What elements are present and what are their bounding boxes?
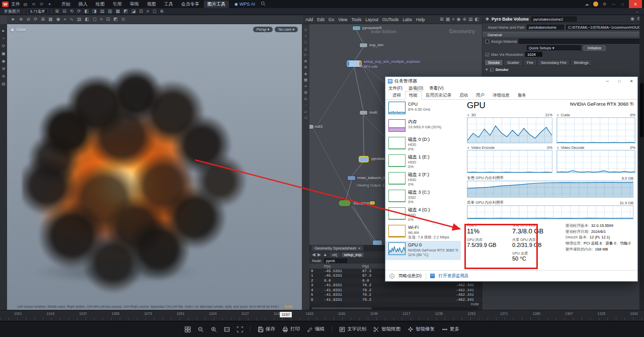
- breadcrumb-obj[interactable]: obj: [330, 252, 340, 257]
- search-icon[interactable]: [261, 1, 266, 7]
- net-menu-outools[interactable]: OUTools: [382, 17, 399, 22]
- param-tab-bindings[interactable]: Bindings: [571, 59, 592, 66]
- persp-selector[interactable]: Persp ▾: [253, 27, 273, 32]
- viewport[interactable]: ◈View Persp ▾ No cam ▾ Left mouse tumble…: [7, 24, 302, 310]
- divider-tool-icon-9[interactable]: ≡: [304, 85, 306, 89]
- redo-icon[interactable]: ⟳: [39, 2, 44, 7]
- tm-titlebar[interactable]: 任务管理器 ─ □ ✕: [385, 77, 637, 85]
- tm-sidebar-item-磁盘-4-(g:)[interactable]: 磁盘 4 (G:)SSD0%: [385, 206, 461, 223]
- ribbon-icon-2[interactable]: ⟲: [70, 9, 74, 14]
- wps-tab-0[interactable]: 开始: [58, 1, 74, 8]
- node-pyrobakevolume[interactable]: [360, 157, 368, 161]
- ribbon-icon-12[interactable]: ≡: [146, 9, 149, 14]
- tm-tab-5[interactable]: 详细信息: [489, 91, 514, 100]
- divider-tool-icon-13[interactable]: ▱: [304, 110, 307, 114]
- net-tool-icon-1[interactable]: ▦: [446, 17, 450, 22]
- tm-sidebar-item-cpu[interactable]: CPU6% 4.00 GHz: [385, 100, 461, 118]
- net-menu-view[interactable]: View: [338, 17, 347, 22]
- maximize-button[interactable]: □: [620, 2, 625, 7]
- node-render[interactable]: [339, 200, 351, 206]
- net-menu-add[interactable]: Add: [305, 17, 313, 22]
- left-tool-icon-1[interactable]: +: [3, 37, 5, 41]
- table-row[interactable]: 6-41.833170.2-462.341: [309, 297, 482, 302]
- divider-tool-icon-14[interactable]: ◁: [304, 116, 307, 120]
- divider-tool-icon-1[interactable]: ○: [304, 34, 307, 38]
- open-resource-monitor-link[interactable]: 打开资源监视器: [439, 273, 469, 279]
- left-tool-icon-2[interactable]: ⟳: [2, 44, 6, 48]
- vp-tool-icon-0[interactable]: ►: [11, 17, 16, 22]
- cutout-button[interactable]: 智能抠图: [373, 326, 400, 332]
- net-menu-labs[interactable]: Labs: [403, 17, 412, 22]
- wps-ai-tab[interactable]: ◆WPS AI: [231, 1, 258, 7]
- tm-sidebar-item-磁盘-1-(e:)[interactable]: 磁盘 1 (E:)HDD0%: [385, 153, 461, 171]
- ribbon-icon-11[interactable]: ⊡: [139, 9, 143, 14]
- collapse-caret-icon[interactable]: ▾: [486, 67, 488, 72]
- vp-tool-icon-1[interactable]: ⊕: [19, 17, 23, 22]
- ribbon-icon-4[interactable]: ◧: [85, 9, 89, 14]
- max-vis-value-field[interactable]: 1024: [525, 52, 542, 57]
- ribbon-icon-8[interactable]: ▦: [116, 9, 120, 14]
- wps-tab-7[interactable]: 会员专享: [178, 1, 203, 8]
- tm-sidebar-item-gpu-0[interactable]: GPU 0NVIDIA GeForce RTX 3060 Ti11% (50 °…: [385, 241, 461, 260]
- net-tool-icon-4[interactable]: ⊕: [462, 17, 466, 22]
- minimize-button[interactable]: ─: [611, 2, 616, 7]
- vp-tool-icon-9[interactable]: ▤: [77, 17, 82, 22]
- net-menu-layout[interactable]: Layout: [365, 17, 378, 22]
- tm-maximize-button[interactable]: □: [613, 77, 625, 85]
- zoom-in-button[interactable]: [211, 326, 217, 332]
- ribbon-icon-9[interactable]: ◩: [123, 9, 128, 14]
- actual-size-button[interactable]: [224, 326, 230, 332]
- breadcrumb-node[interactable]: setup_exp: [342, 252, 364, 257]
- forward-icon[interactable]: ▶: [317, 252, 321, 257]
- node-kaboom[interactable]: [348, 176, 355, 180]
- initialize-button[interactable]: Initialize: [583, 45, 606, 51]
- close-button[interactable]: ×: [629, 0, 642, 8]
- divider-tool-icon-0[interactable]: ◇: [304, 28, 307, 32]
- print-button[interactable]: 打印: [282, 326, 300, 332]
- wps-tab-1[interactable]: 插入: [75, 1, 91, 8]
- thumbnails-button[interactable]: [185, 326, 191, 332]
- net-menu-help[interactable]: Help: [416, 17, 425, 22]
- left-tool-icon-3[interactable]: ▣: [2, 52, 6, 56]
- node-name-field[interactable]: pyrobakevolume2: [531, 17, 577, 22]
- node-exp-sim[interactable]: [360, 43, 367, 47]
- vp-tool-icon-14[interactable]: ◩: [113, 17, 118, 22]
- tm-sidebar-item-磁盘-2-(f:)[interactable]: 磁盘 2 (F:)HDD0%: [385, 171, 461, 188]
- ribbon-icon-6[interactable]: ▤: [100, 9, 105, 14]
- tm-tab-2[interactable]: 应用历史记录: [422, 91, 455, 100]
- table-row[interactable]: 4-41.833170.2-462.341: [309, 288, 482, 293]
- left-tool-icon-0[interactable]: ►: [2, 29, 6, 33]
- node-null[interactable]: [309, 125, 313, 129]
- replace-image-button[interactable]: 更换图片: [4, 9, 20, 14]
- tm-sidebar-item-wi-fi[interactable]: Wi-FiWLAN发送: 7.8 接收: 2.2 Mbps: [385, 223, 461, 241]
- vp-tool-icon-3[interactable]: ⟳: [34, 17, 38, 22]
- max-vis-checkbox[interactable]: ✓: [486, 53, 489, 56]
- tm-tab-6[interactable]: 服务: [514, 91, 530, 100]
- less-details-link[interactable]: 简略信息(D): [398, 273, 422, 279]
- material-field[interactable]: [519, 39, 641, 44]
- wps-tab-3[interactable]: 引用: [109, 1, 125, 8]
- tm-tab-1[interactable]: 性能: [405, 91, 422, 100]
- asset-name-field[interactable]: pyrobakevolume: [527, 25, 564, 30]
- more-tools-icon[interactable]: ▾: [47, 2, 52, 7]
- divider-tool-icon-8[interactable]: ▦: [304, 78, 307, 82]
- ribbon-icon-10[interactable]: ◪: [131, 9, 136, 14]
- more-button[interactable]: 更多: [442, 326, 459, 332]
- vp-tool-icon-15[interactable]: ⊙: [121, 17, 125, 22]
- vp-tool-icon-7[interactable]: ⌖: [63, 17, 66, 22]
- repair-button[interactable]: 智能修复: [408, 326, 435, 332]
- fit-screen-button[interactable]: [237, 326, 243, 332]
- avatar[interactable]: [593, 2, 598, 7]
- tm-menu-1[interactable]: 选项(O): [409, 86, 423, 92]
- wps-tab-6[interactable]: 工具: [160, 1, 177, 8]
- cloud-sync-icon[interactable]: ☁: [584, 2, 590, 7]
- vp-tool-icon-8[interactable]: ∿: [70, 17, 74, 22]
- param-tab-secondary-fire[interactable]: Secondary Fire: [537, 59, 570, 66]
- table-row[interactable]: 5-41.833170.2-462.341: [309, 293, 482, 298]
- tm-tab-0[interactable]: 进程: [388, 91, 405, 100]
- ribbon-icon-0[interactable]: ⊞: [55, 9, 59, 14]
- tm-minimize-button[interactable]: ─: [601, 77, 613, 85]
- section-general[interactable]: General: [482, 32, 644, 37]
- up-icon[interactable]: ▲: [323, 252, 328, 257]
- divider-tool-icon-12[interactable]: ◌: [304, 103, 306, 107]
